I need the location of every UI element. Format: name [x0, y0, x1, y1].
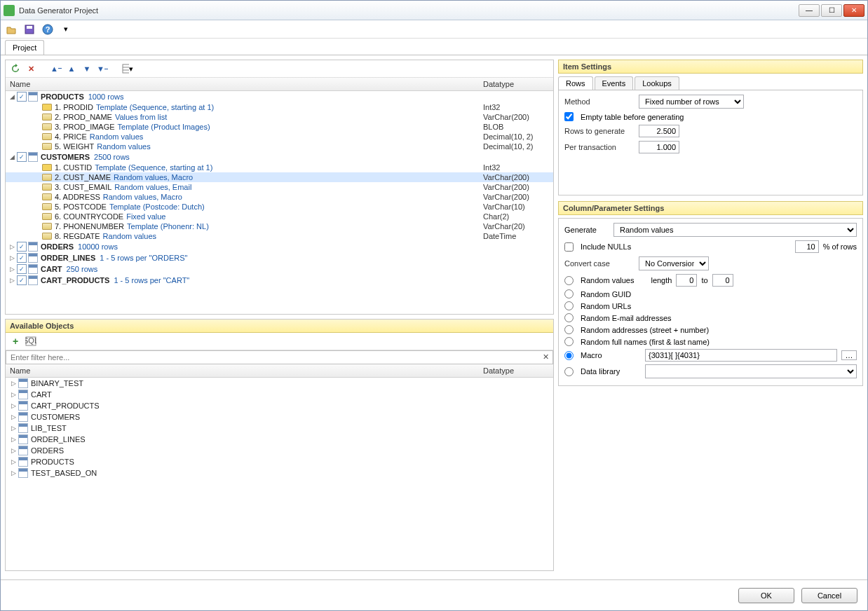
- window-title: Data Generator Project: [19, 6, 797, 15]
- length-from-input[interactable]: [676, 274, 697, 287]
- table-row[interactable]: ▷✓ORDER_LINES1 - 5 rows per "ORDERS": [6, 252, 553, 263]
- tables-toolbar: ✕ ▲ ▲ ▼ ▼ ▾: [6, 60, 553, 78]
- clear-filter-icon[interactable]: ✕: [543, 352, 549, 362]
- radio-random-values[interactable]: [564, 276, 574, 285]
- radio-email[interactable]: [564, 313, 574, 322]
- method-label: Method: [564, 97, 635, 106]
- nulls-label: Include NULLs: [581, 242, 631, 251]
- nulls-pct-input[interactable]: [795, 240, 819, 253]
- generate-label: Generate: [564, 226, 609, 234]
- refresh-icon[interactable]: [10, 63, 21, 74]
- app-icon: [4, 5, 15, 16]
- datalib-select[interactable]: [645, 364, 857, 378]
- convert-label: Convert case: [564, 259, 635, 268]
- available-row[interactable]: ▷LIB_TEST: [6, 423, 553, 434]
- available-row[interactable]: ▷CART_PRODUCTS: [6, 400, 553, 411]
- macro-input[interactable]: [645, 349, 837, 362]
- svg-rect-1: [27, 26, 32, 29]
- column-row[interactable]: 6. COUNTRYCODEFixed valueChar(2): [6, 212, 553, 221]
- radio-addresses[interactable]: [564, 325, 574, 334]
- grid-menu-icon[interactable]: ▾: [122, 63, 133, 74]
- column-row[interactable]: 4. PRICERandom valuesDecimal(10, 2): [6, 132, 553, 142]
- column-row[interactable]: 5. WEIGHTRandom valuesDecimal(10, 2): [6, 142, 553, 151]
- table-row[interactable]: ▷✓ORDERS10000 rows: [6, 241, 553, 252]
- main-toolbar: ? ▾: [1, 20, 867, 39]
- empty-table-label: Empty table before generating: [581, 113, 684, 121]
- col-settings-header: Column/Parameter Settings: [558, 201, 863, 215]
- tab-project[interactable]: Project: [5, 40, 44, 55]
- tab-events[interactable]: Events: [595, 76, 634, 90]
- titlebar: Data Generator Project — ☐ ✕: [1, 1, 867, 20]
- available-tree[interactable]: ▷BINARY_TEST▷CART▷CART_PRODUCTS▷CUSTOMER…: [6, 378, 553, 570]
- empty-table-checkbox[interactable]: [564, 112, 574, 121]
- sql-icon[interactable]: SQL: [25, 336, 36, 347]
- maximize-button[interactable]: ☐: [821, 4, 842, 17]
- column-row[interactable]: 8. REGDATERandom valuesDateTime: [6, 231, 553, 241]
- close-button[interactable]: ✕: [843, 4, 864, 17]
- open-icon[interactable]: [5, 23, 18, 36]
- column-row[interactable]: 1. CUSTIDTemplate (Sequence, starting at…: [6, 163, 553, 172]
- available-row[interactable]: ▷BINARY_TEST: [6, 378, 553, 389]
- rows-input[interactable]: [639, 125, 679, 137]
- svg-text:?: ?: [46, 25, 50, 34]
- radio-macro[interactable]: [564, 351, 574, 360]
- table-row[interactable]: ◢✓PRODUCTS1000 rows: [6, 91, 553, 102]
- ok-button[interactable]: OK: [738, 588, 794, 603]
- tables-panel: ✕ ▲ ▲ ▼ ▼ ▾ Name Datatype ◢✓PRODUCTS1000…: [5, 60, 554, 315]
- item-settings-header: Item Settings: [558, 60, 863, 74]
- available-row[interactable]: ▷ORDERS: [6, 445, 553, 456]
- svg-rect-4: [123, 64, 129, 73]
- available-row[interactable]: ▷ORDER_LINES: [6, 434, 553, 445]
- move-top-icon[interactable]: ▲: [50, 63, 62, 74]
- project-tabbar: Project: [1, 39, 867, 55]
- tab-lookups[interactable]: Lookups: [635, 76, 679, 90]
- method-select[interactable]: Fixed number of rows: [639, 95, 744, 109]
- table-row[interactable]: ◢✓CUSTOMERS2500 rows: [6, 151, 553, 163]
- item-settings-tabs: Rows Events Lookups: [558, 76, 863, 90]
- column-row[interactable]: 3. CUST_EMAILRandom values, EmailVarChar…: [6, 182, 553, 192]
- nulls-checkbox[interactable]: [564, 242, 574, 252]
- radio-datalib[interactable]: [564, 367, 574, 376]
- generate-select[interactable]: Random values: [613, 223, 857, 237]
- table-row[interactable]: ▷✓CART250 rows: [6, 263, 553, 275]
- dropdown-icon[interactable]: ▾: [60, 23, 72, 36]
- available-row[interactable]: ▷CART: [6, 389, 553, 400]
- nulls-suffix: % of rows: [823, 242, 857, 251]
- dialog-footer: OK Cancel: [1, 579, 867, 610]
- save-icon[interactable]: [23, 23, 36, 36]
- column-row[interactable]: 3. PROD_IMAGETemplate (Product Images)BL…: [6, 122, 553, 132]
- move-up-icon[interactable]: ▲: [66, 63, 77, 74]
- radio-fullnames[interactable]: [564, 337, 574, 346]
- column-row[interactable]: 4. ADDRESSRandom values, MacroVarChar(20…: [6, 192, 553, 202]
- macro-browse-button[interactable]: …: [841, 350, 857, 360]
- column-row[interactable]: 2. PROD_NAMEValues from listVarChar(200): [6, 112, 553, 122]
- column-row[interactable]: 2. CUST_NAMERandom values, MacroVarChar(…: [6, 172, 553, 182]
- available-row[interactable]: ▷PRODUCTS: [6, 456, 553, 467]
- add-object-icon[interactable]: +: [10, 336, 21, 347]
- column-row[interactable]: 1. PRODIDTemplate (Sequence, starting at…: [6, 102, 553, 112]
- available-panel: Available Objects + SQL ✕ Name Datatype …: [5, 319, 554, 571]
- column-row[interactable]: 5. POSTCODETemplate (Postcode: Dutch)Var…: [6, 202, 553, 212]
- tables-tree[interactable]: ◢✓PRODUCTS1000 rows1. PRODIDTemplate (Se…: [6, 91, 553, 314]
- table-row[interactable]: ▷✓CART_PRODUCTS1 - 5 rows per "CART": [6, 275, 553, 286]
- column-row[interactable]: 7. PHONENUMBERTemplate (Phonenr: NL)VarC…: [6, 221, 553, 231]
- delete-icon[interactable]: ✕: [25, 63, 36, 74]
- pertx-input[interactable]: [639, 141, 679, 153]
- tab-rows[interactable]: Rows: [558, 76, 593, 90]
- help-icon[interactable]: ?: [41, 23, 54, 36]
- tree-header: Name Datatype: [6, 78, 553, 91]
- radio-urls[interactable]: [564, 301, 574, 310]
- available-row[interactable]: ▷TEST_BASED_ON: [6, 467, 553, 479]
- minimize-button[interactable]: —: [799, 4, 820, 17]
- cancel-button[interactable]: Cancel: [801, 588, 857, 603]
- length-to-input[interactable]: [712, 274, 733, 287]
- pertx-label: Per transaction: [564, 143, 635, 151]
- app-window: Data Generator Project — ☐ ✕ ? ▾ Project…: [0, 0, 868, 611]
- convert-select[interactable]: No Conversion: [639, 256, 709, 270]
- radio-guid[interactable]: [564, 289, 574, 298]
- available-row[interactable]: ▷CUSTOMERS: [6, 411, 553, 423]
- filter-input[interactable]: [6, 350, 553, 364]
- move-down-icon[interactable]: ▼: [81, 63, 93, 74]
- rows-label: Rows to generate: [564, 127, 635, 135]
- move-bottom-icon[interactable]: ▼: [97, 63, 108, 74]
